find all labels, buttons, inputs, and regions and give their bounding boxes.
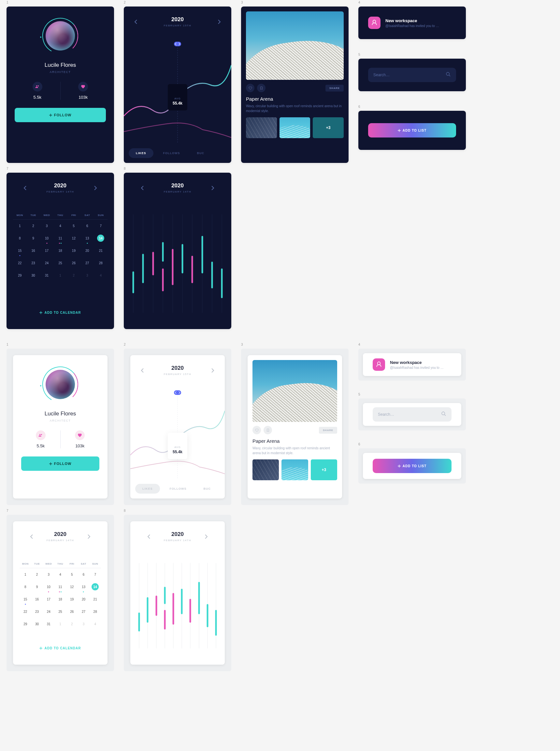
calendar-day[interactable]: 15 bbox=[13, 244, 26, 257]
calendar-day[interactable]: 17 bbox=[40, 244, 54, 257]
add-to-list-button[interactable]: ADD TO LIST bbox=[373, 459, 452, 473]
tab-follows[interactable]: FOLLOWS bbox=[163, 484, 194, 494]
calendar-day[interactable]: 30 bbox=[31, 618, 43, 630]
calendar-day[interactable]: 12 bbox=[66, 580, 78, 593]
calendar-day[interactable]: 21 bbox=[94, 244, 107, 257]
calendar-day[interactable]: 10 bbox=[43, 580, 54, 593]
calendar-day[interactable]: 16 bbox=[31, 593, 43, 605]
share-button[interactable]: SHARE bbox=[319, 427, 337, 434]
calendar-day[interactable]: 3 bbox=[43, 568, 54, 580]
calendar-day[interactable]: 7 bbox=[94, 220, 107, 232]
prev-arrow[interactable] bbox=[145, 533, 153, 540]
calendar-day[interactable]: 30 bbox=[26, 269, 40, 281]
calendar-day[interactable]: 4 bbox=[54, 220, 67, 232]
calendar-day[interactable]: 31 bbox=[40, 269, 54, 281]
calendar-day[interactable]: 29 bbox=[13, 269, 26, 281]
calendar-day[interactable]: 2 bbox=[31, 568, 43, 580]
calendar-day[interactable]: 15 bbox=[20, 593, 31, 605]
calendar-day[interactable]: 26 bbox=[67, 257, 80, 269]
next-arrow[interactable] bbox=[209, 367, 217, 374]
thumbnail[interactable] bbox=[253, 459, 279, 480]
calendar-day[interactable]: 22 bbox=[20, 605, 31, 618]
bookmark-icon[interactable] bbox=[263, 426, 272, 434]
next-arrow[interactable] bbox=[202, 533, 210, 540]
notification-card-dark[interactable]: New workspace @IsaiahRashad has invited … bbox=[358, 6, 466, 39]
calendar-day[interactable]: 9 bbox=[26, 232, 40, 244]
search-icon[interactable] bbox=[446, 72, 451, 78]
bookmark-icon[interactable] bbox=[257, 84, 265, 92]
calendar-day[interactable]: 11 bbox=[54, 580, 66, 593]
add-to-list-button[interactable]: ADD TO LIST bbox=[368, 123, 456, 138]
calendar-day[interactable]: 1 bbox=[13, 220, 26, 232]
calendar-day[interactable]: 17 bbox=[43, 593, 54, 605]
prev-arrow[interactable] bbox=[138, 184, 146, 192]
search-icon[interactable] bbox=[441, 411, 446, 418]
thumbnail[interactable] bbox=[246, 117, 277, 138]
calendar-day[interactable]: 19 bbox=[66, 593, 78, 605]
notification-card-light[interactable]: New workspace@IsaiahRashad has invited y… bbox=[363, 353, 461, 376]
like-icon[interactable] bbox=[246, 84, 255, 92]
calendar-day[interactable]: 6 bbox=[80, 220, 94, 232]
next-arrow[interactable] bbox=[215, 18, 223, 26]
calendar-day[interactable]: 14 bbox=[94, 232, 107, 244]
calendar-day[interactable]: 4 bbox=[94, 269, 107, 281]
like-icon[interactable] bbox=[253, 426, 261, 434]
calendar-day[interactable]: 7 bbox=[89, 568, 101, 580]
share-button[interactable]: SHARE bbox=[325, 85, 344, 92]
next-arrow[interactable] bbox=[209, 184, 217, 192]
tab-buc[interactable]: BUC bbox=[196, 484, 218, 494]
tab-buc[interactable]: BUC bbox=[190, 148, 212, 158]
calendar-day[interactable]: 21 bbox=[89, 593, 101, 605]
follow-button[interactable]: FOLLOW bbox=[15, 108, 106, 122]
next-arrow[interactable] bbox=[85, 533, 93, 540]
follow-button[interactable]: FOLLOW bbox=[21, 456, 99, 471]
calendar-day[interactable]: 20 bbox=[80, 244, 94, 257]
calendar-day[interactable]: 24 bbox=[40, 257, 54, 269]
calendar-day[interactable]: 19 bbox=[67, 244, 80, 257]
calendar-day[interactable]: 2 bbox=[66, 618, 78, 630]
calendar-day[interactable]: 1 bbox=[20, 568, 31, 580]
calendar-day[interactable]: 5 bbox=[66, 568, 78, 580]
calendar-day[interactable]: 13 bbox=[80, 232, 94, 244]
calendar-day[interactable]: 18 bbox=[54, 593, 66, 605]
calendar-day[interactable]: 5 bbox=[67, 220, 80, 232]
calendar-day[interactable]: 3 bbox=[78, 618, 89, 630]
calendar-day[interactable]: 26 bbox=[66, 605, 78, 618]
calendar-day[interactable]: 27 bbox=[78, 605, 89, 618]
calendar-day[interactable]: 25 bbox=[54, 605, 66, 618]
calendar-day[interactable]: 2 bbox=[26, 220, 40, 232]
calendar-day[interactable]: 1 bbox=[54, 269, 67, 281]
calendar-day[interactable]: 24 bbox=[43, 605, 54, 618]
tab-likes[interactable]: LIKES bbox=[135, 484, 160, 494]
calendar-day[interactable]: 23 bbox=[26, 257, 40, 269]
calendar-day[interactable]: 23 bbox=[31, 605, 43, 618]
prev-arrow[interactable] bbox=[138, 367, 146, 374]
calendar-day[interactable]: 25 bbox=[54, 257, 67, 269]
search-input[interactable] bbox=[378, 412, 441, 417]
calendar-day[interactable]: 2 bbox=[67, 269, 80, 281]
calendar-day[interactable]: 13 bbox=[78, 580, 89, 593]
calendar-day[interactable]: 9 bbox=[31, 580, 43, 593]
calendar-day[interactable]: 4 bbox=[54, 568, 66, 580]
more-thumbnails[interactable]: +3 bbox=[311, 459, 337, 480]
calendar-day[interactable]: 10 bbox=[40, 232, 54, 244]
calendar-day[interactable]: 31 bbox=[43, 618, 54, 630]
calendar-day[interactable]: 28 bbox=[94, 257, 107, 269]
calendar-day[interactable]: 3 bbox=[80, 269, 94, 281]
calendar-day[interactable]: 8 bbox=[13, 232, 26, 244]
next-arrow[interactable] bbox=[92, 184, 99, 192]
search-input[interactable] bbox=[373, 73, 446, 77]
calendar-day[interactable]: 4 bbox=[89, 618, 101, 630]
prev-arrow[interactable] bbox=[28, 533, 36, 540]
tab-likes[interactable]: LIKES bbox=[129, 148, 154, 158]
calendar-day[interactable]: 29 bbox=[20, 618, 31, 630]
calendar-day[interactable]: 3 bbox=[40, 220, 54, 232]
calendar-day[interactable]: 11 bbox=[54, 232, 67, 244]
thumbnail[interactable] bbox=[281, 459, 308, 480]
calendar-day[interactable]: 20 bbox=[78, 593, 89, 605]
calendar-day[interactable]: 6 bbox=[78, 568, 89, 580]
calendar-day[interactable]: 16 bbox=[26, 244, 40, 257]
thumbnail[interactable] bbox=[280, 117, 311, 138]
calendar-day[interactable]: 27 bbox=[80, 257, 94, 269]
prev-arrow[interactable] bbox=[21, 184, 29, 192]
